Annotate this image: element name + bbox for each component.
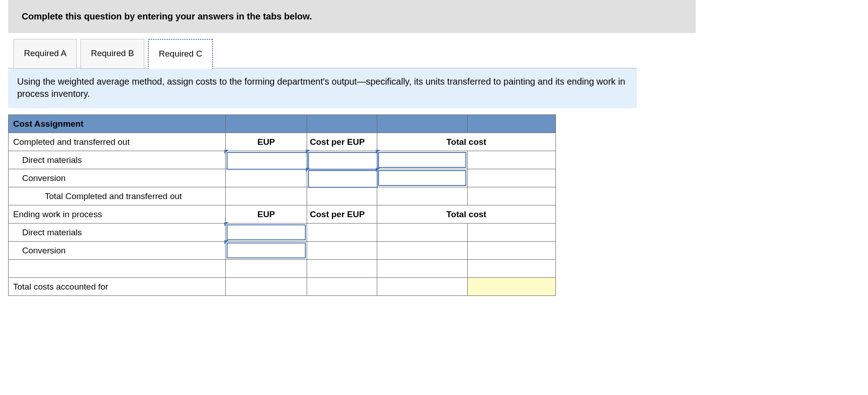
row-label-dm: Direct materials — [9, 151, 226, 169]
tab-label: Required C — [159, 49, 202, 58]
header-blank — [226, 115, 307, 133]
col-header-cpe: Cost per EUP — [307, 133, 377, 151]
input-cto-dm-total[interactable] — [377, 151, 468, 169]
blank-cell — [307, 224, 377, 242]
cto-header-row: Completed and transferred out EUP Cost p… — [9, 133, 556, 151]
blank-cell — [468, 260, 556, 278]
blank-cell — [377, 278, 468, 296]
input-cto-dm-eup[interactable] — [226, 151, 307, 169]
blank-cell — [468, 151, 556, 169]
instruction-banner: Complete this question by entering your … — [8, 0, 696, 33]
cost-assignment-table: Cost Assignment Completed and transferre… — [8, 114, 556, 296]
ewip-blank-row — [9, 260, 556, 278]
blank-cell — [226, 260, 307, 278]
table-header-row: Cost Assignment — [9, 115, 556, 133]
input-ewip-conv-eup[interactable] — [226, 242, 307, 260]
blank-cell — [307, 260, 377, 278]
blank-cell — [468, 224, 556, 242]
row-label-conv: Conversion — [9, 242, 226, 260]
cto-total-row: Total Completed and transferred out — [9, 187, 556, 205]
header-blank — [377, 115, 468, 133]
row-label-cto: Completed and transferred out — [9, 133, 226, 151]
blank-cell — [468, 187, 556, 205]
header-blank — [307, 115, 377, 133]
input-cto-dm-cpe[interactable] — [307, 151, 377, 169]
question-prompt: Using the weighted average method, assig… — [8, 68, 637, 108]
blank-cell — [226, 169, 307, 187]
blank-cell — [307, 242, 377, 260]
blank-cell — [377, 224, 468, 242]
cto-dm-row: Direct materials — [9, 151, 556, 169]
blank-cell — [468, 169, 556, 187]
tab-required-b[interactable]: Required B — [81, 39, 144, 69]
blank-cell — [226, 278, 307, 296]
tab-required-a[interactable]: Required A — [14, 39, 77, 69]
tab-label: Required A — [24, 48, 66, 58]
row-label-dm: Direct materials — [9, 224, 226, 242]
input-ewip-dm-eup[interactable] — [226, 224, 307, 242]
ewip-dm-row: Direct materials — [9, 224, 556, 242]
header-blank — [468, 115, 556, 133]
tab-label: Required B — [91, 48, 134, 58]
blank-cell — [307, 187, 377, 205]
ewip-conv-row: Conversion — [9, 242, 556, 260]
input-cto-conv-total[interactable] — [377, 169, 468, 187]
total-accounted-row: Total costs accounted for — [9, 278, 556, 296]
blank-cell — [468, 242, 556, 260]
readonly-total-cell — [468, 278, 556, 296]
row-label-conv: Conversion — [9, 169, 226, 187]
ewip-header-row: Ending work in process EUP Cost per EUP … — [9, 205, 556, 224]
blank-cell — [307, 278, 377, 296]
blank-cell — [377, 187, 468, 205]
col-header-cpe: Cost per EUP — [307, 205, 377, 224]
row-label-ewip: Ending work in process — [9, 205, 226, 224]
cto-conv-row: Conversion — [9, 169, 556, 187]
col-header-total-cost: Total cost — [377, 205, 556, 224]
blank-cell — [9, 260, 226, 278]
blank-cell — [226, 187, 307, 205]
input-cto-conv-cpe[interactable] — [307, 169, 377, 187]
tab-required-c[interactable]: Required C — [148, 39, 213, 69]
col-header-eup: EUP — [226, 205, 307, 224]
tabs-row: Required A Required B Required C — [14, 38, 697, 68]
instruction-text: Complete this question by entering your … — [22, 11, 312, 21]
prompt-text: Using the weighted average method, assig… — [17, 76, 625, 99]
row-label-total-cto: Total Completed and transferred out — [9, 187, 226, 205]
blank-cell — [377, 260, 468, 278]
col-header-total-cost: Total cost — [377, 133, 556, 151]
row-label-total-acc: Total costs accounted for — [9, 278, 226, 296]
blank-cell — [377, 242, 468, 260]
col-header-eup: EUP — [226, 133, 307, 151]
section-title-cell: Cost Assignment — [9, 115, 226, 133]
